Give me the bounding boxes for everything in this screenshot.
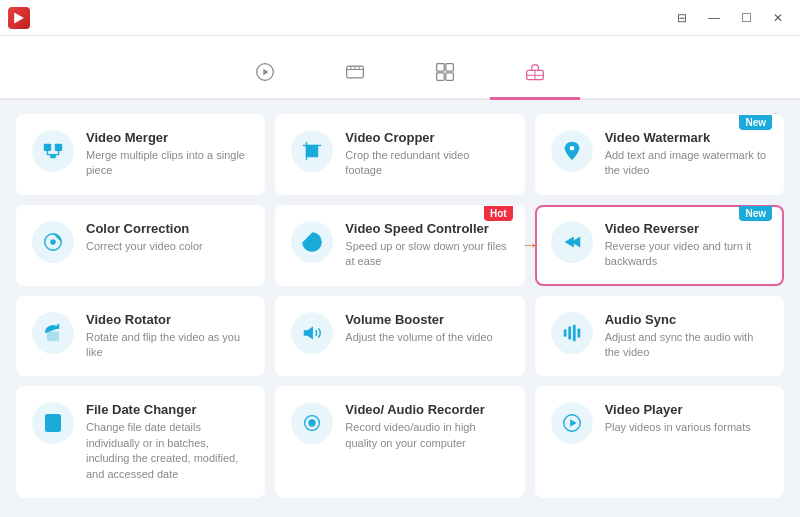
- tool-name-file-date-changer: File Date Changer: [86, 402, 249, 417]
- tool-icon-color-correction: [32, 221, 74, 263]
- tool-card-video-cropper[interactable]: Video Cropper Crop the redundant video f…: [275, 114, 524, 195]
- svg-marker-0: [14, 12, 24, 23]
- svg-rect-10: [437, 73, 445, 81]
- tool-card-video-player[interactable]: Video Player Play videos in various form…: [535, 386, 784, 498]
- tool-info-volume-booster: Volume Booster Adjust the volume of the …: [345, 312, 508, 345]
- svg-rect-17: [50, 155, 56, 159]
- tool-desc-video-reverser: Reverse your video and turn it backwards: [605, 239, 768, 270]
- tool-card-video-reverser[interactable]: New Video Reverser Reverse your video an…: [535, 205, 784, 286]
- tool-info-video-cropper: Video Cropper Crop the redundant video f…: [345, 130, 508, 179]
- tool-icon-video-speed-controller: [291, 221, 333, 263]
- tool-info-video-merger: Video Merger Merge multiple clips into a…: [86, 130, 249, 179]
- converter-icon: [255, 62, 275, 85]
- tool-name-volume-booster: Volume Booster: [345, 312, 508, 327]
- svg-rect-31: [577, 328, 580, 337]
- tool-info-audio-sync: Audio Sync Adjust and sync the audio wit…: [605, 312, 768, 361]
- tool-icon-video-player: [551, 402, 593, 444]
- svg-point-37: [309, 420, 316, 427]
- svg-rect-18: [307, 146, 318, 157]
- tool-name-video-rotator: Video Rotator: [86, 312, 249, 327]
- tool-card-video-speed-controller[interactable]: Hot Video Speed Controller Speed up or s…: [275, 205, 524, 286]
- tool-card-video-rotator[interactable]: Video Rotator Rotate and flip the video …: [16, 296, 265, 377]
- tool-info-video-rotator: Video Rotator Rotate and flip the video …: [86, 312, 249, 361]
- tool-card-video-watermark[interactable]: New Video Watermark Add text and image w…: [535, 114, 784, 195]
- tool-desc-color-correction: Correct your video color: [86, 239, 249, 254]
- tool-info-video-audio-recorder: Video/ Audio Recorder Record video/audio…: [345, 402, 508, 451]
- svg-rect-9: [446, 64, 454, 71]
- tool-info-video-player: Video Player Play videos in various form…: [605, 402, 768, 435]
- tab-converter[interactable]: [220, 54, 310, 100]
- svg-rect-29: [568, 326, 571, 339]
- minimize-btn[interactable]: —: [700, 8, 728, 28]
- tools-grid: Video Merger Merge multiple clips into a…: [16, 114, 784, 498]
- tool-card-audio-sync[interactable]: Audio Sync Adjust and sync the audio wit…: [535, 296, 784, 377]
- tool-info-video-speed-controller: Video Speed Controller Speed up or slow …: [345, 221, 508, 270]
- svg-marker-27: [304, 326, 313, 339]
- badge-hot-video-speed-controller: Hot: [484, 206, 513, 221]
- maximize-btn[interactable]: ☐: [732, 8, 760, 28]
- tool-name-video-reverser: Video Reverser: [605, 221, 768, 236]
- tool-icon-video-audio-recorder: [291, 402, 333, 444]
- nav-tabs: [0, 36, 800, 100]
- tool-name-video-player: Video Player: [605, 402, 768, 417]
- tool-icon-video-cropper: [291, 130, 333, 172]
- arrow-indicator: →: [521, 235, 539, 256]
- svg-rect-30: [573, 324, 576, 341]
- badge-new-video-reverser: New: [739, 206, 772, 221]
- badge-new-video-watermark: New: [739, 115, 772, 130]
- svg-rect-8: [437, 64, 445, 71]
- tool-desc-audio-sync: Adjust and sync the audio with the video: [605, 330, 768, 361]
- tab-collage[interactable]: [400, 54, 490, 100]
- tab-toolbox[interactable]: [490, 54, 580, 100]
- tool-icon-file-date-changer: [32, 402, 74, 444]
- title-bar-controls: ⊟ — ☐ ✕: [668, 8, 792, 28]
- tool-desc-volume-booster: Adjust the volume of the video: [345, 330, 508, 345]
- tool-desc-video-speed-controller: Speed up or slow down your files at ease: [345, 239, 508, 270]
- tool-icon-video-rotator: [32, 312, 74, 354]
- close-btn[interactable]: ✕: [764, 8, 792, 28]
- tool-info-file-date-changer: File Date Changer Change file date detai…: [86, 402, 249, 482]
- tool-name-video-watermark: Video Watermark: [605, 130, 768, 145]
- tool-card-video-audio-recorder[interactable]: Video/ Audio Recorder Record video/audio…: [275, 386, 524, 498]
- tool-icon-video-watermark: [551, 130, 593, 172]
- tool-desc-file-date-changer: Change file date details individually or…: [86, 420, 249, 482]
- tool-name-video-speed-controller: Video Speed Controller: [345, 221, 508, 236]
- tool-icon-volume-booster: [291, 312, 333, 354]
- tool-desc-video-player: Play videos in various formats: [605, 420, 768, 435]
- tool-icon-video-reverser: [551, 221, 593, 263]
- svg-point-21: [569, 146, 574, 151]
- tool-card-volume-booster[interactable]: Volume Booster Adjust the volume of the …: [275, 296, 524, 377]
- app-logo: [8, 7, 30, 29]
- svg-rect-16: [55, 144, 62, 151]
- options-btn[interactable]: ⊟: [668, 8, 696, 28]
- tool-desc-video-merger: Merge multiple clips into a single piece: [86, 148, 249, 179]
- tool-name-audio-sync: Audio Sync: [605, 312, 768, 327]
- collage-icon: [435, 62, 455, 85]
- toolbox-icon: [525, 62, 545, 85]
- main-content: ⇑ Video Merger Merge multiple clips into…: [0, 100, 800, 517]
- svg-marker-2: [263, 69, 268, 76]
- title-bar: ⊟ — ☐ ✕: [0, 0, 800, 36]
- tool-name-color-correction: Color Correction: [86, 221, 249, 236]
- svg-point-23: [50, 239, 56, 245]
- svg-rect-15: [44, 144, 51, 151]
- tool-desc-video-rotator: Rotate and flip the video as you like: [86, 330, 249, 361]
- tool-card-color-correction[interactable]: Color Correction Correct your video colo…: [16, 205, 265, 286]
- tool-desc-video-audio-recorder: Record video/audio in high quality on yo…: [345, 420, 508, 451]
- svg-marker-39: [570, 420, 576, 427]
- svg-rect-26: [48, 332, 59, 340]
- title-bar-left: [8, 7, 38, 29]
- mv-icon: [345, 62, 365, 85]
- tool-icon-video-merger: [32, 130, 74, 172]
- tool-name-video-cropper: Video Cropper: [345, 130, 508, 145]
- svg-rect-11: [446, 73, 454, 81]
- tool-desc-video-cropper: Crop the redundant video footage: [345, 148, 508, 179]
- tool-card-video-merger[interactable]: Video Merger Merge multiple clips into a…: [16, 114, 265, 195]
- tool-info-video-watermark: Video Watermark Add text and image water…: [605, 130, 768, 179]
- tab-mv[interactable]: [310, 54, 400, 100]
- svg-rect-28: [563, 329, 566, 336]
- tool-card-file-date-changer[interactable]: File Date Changer Change file date detai…: [16, 386, 265, 498]
- tool-desc-video-watermark: Add text and image watermark to the vide…: [605, 148, 768, 179]
- tool-name-video-audio-recorder: Video/ Audio Recorder: [345, 402, 508, 417]
- tool-info-color-correction: Color Correction Correct your video colo…: [86, 221, 249, 254]
